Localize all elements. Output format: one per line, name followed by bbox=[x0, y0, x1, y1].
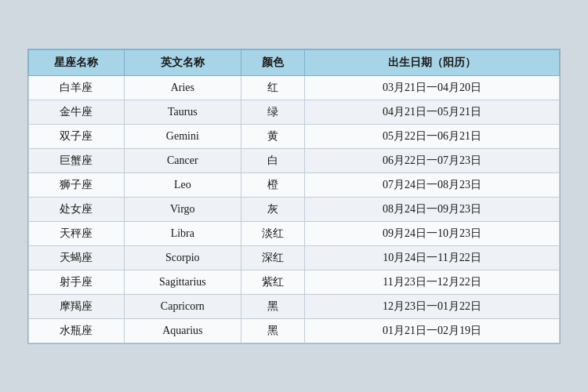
header-chinese-name: 星座名称 bbox=[29, 49, 125, 75]
cell-dates: 07月24日一08月23日 bbox=[305, 172, 560, 197]
cell-chinese: 天秤座 bbox=[29, 221, 125, 245]
cell-color: 红 bbox=[241, 75, 304, 100]
header-english-name: 英文名称 bbox=[124, 49, 241, 75]
cell-color: 淡红 bbox=[241, 221, 304, 245]
cell-color: 紫红 bbox=[241, 270, 304, 294]
table-header-row: 星座名称 英文名称 颜色 出生日期（阳历） bbox=[29, 49, 560, 75]
header-color: 颜色 bbox=[241, 49, 304, 75]
table-row: 金牛座Taurus绿04月21日一05月21日 bbox=[29, 100, 560, 124]
cell-dates: 12月23日一01月22日 bbox=[305, 294, 560, 318]
cell-color: 灰 bbox=[241, 197, 304, 221]
cell-dates: 06月22日一07月23日 bbox=[305, 148, 560, 172]
table-row: 巨蟹座Cancer白06月22日一07月23日 bbox=[29, 148, 560, 172]
table-row: 狮子座Leo橙07月24日一08月23日 bbox=[29, 172, 560, 197]
cell-color: 橙 bbox=[241, 172, 304, 197]
table-row: 射手座Sagittarius紫红11月23日一12月22日 bbox=[29, 270, 560, 294]
cell-english: Sagittarius bbox=[124, 270, 241, 294]
cell-english: Aquarius bbox=[124, 318, 241, 343]
table-row: 双子座Gemini黄05月22日一06月21日 bbox=[29, 124, 560, 148]
cell-english: Scorpio bbox=[124, 245, 241, 270]
cell-chinese: 金牛座 bbox=[29, 100, 125, 124]
cell-color: 绿 bbox=[241, 100, 304, 124]
cell-dates: 09月24日一10月23日 bbox=[305, 221, 560, 245]
cell-english: Libra bbox=[124, 221, 241, 245]
cell-dates: 01月21日一02月19日 bbox=[305, 318, 560, 343]
cell-english: Capricorn bbox=[124, 294, 241, 318]
cell-color: 深红 bbox=[241, 245, 304, 270]
cell-chinese: 双子座 bbox=[29, 124, 125, 148]
cell-chinese: 处女座 bbox=[29, 197, 125, 221]
cell-english: Virgo bbox=[124, 197, 241, 221]
cell-color: 黄 bbox=[241, 124, 304, 148]
cell-chinese: 射手座 bbox=[29, 270, 125, 294]
cell-chinese: 狮子座 bbox=[29, 172, 125, 197]
cell-english: Aries bbox=[124, 75, 241, 100]
table-row: 处女座Virgo灰08月24日一09月23日 bbox=[29, 197, 560, 221]
cell-dates: 10月24日一11月22日 bbox=[305, 245, 560, 270]
cell-chinese: 天蝎座 bbox=[29, 245, 125, 270]
cell-color: 黑 bbox=[241, 318, 304, 343]
cell-dates: 04月21日一05月21日 bbox=[305, 100, 560, 124]
cell-english: Gemini bbox=[124, 124, 241, 148]
cell-dates: 03月21日一04月20日 bbox=[305, 75, 560, 100]
cell-english: Taurus bbox=[124, 100, 241, 124]
cell-dates: 05月22日一06月21日 bbox=[305, 124, 560, 148]
header-date-range: 出生日期（阳历） bbox=[305, 49, 560, 75]
table-row: 水瓶座Aquarius黑01月21日一02月19日 bbox=[29, 318, 560, 343]
cell-chinese: 白羊座 bbox=[29, 75, 125, 100]
cell-dates: 11月23日一12月22日 bbox=[305, 270, 560, 294]
zodiac-table-container: 星座名称 英文名称 颜色 出生日期（阳历） 白羊座Aries红03月21日一04… bbox=[27, 49, 561, 344]
zodiac-table: 星座名称 英文名称 颜色 出生日期（阳历） 白羊座Aries红03月21日一04… bbox=[28, 49, 560, 343]
cell-chinese: 巨蟹座 bbox=[29, 148, 125, 172]
table-row: 摩羯座Capricorn黑12月23日一01月22日 bbox=[29, 294, 560, 318]
table-row: 白羊座Aries红03月21日一04月20日 bbox=[29, 75, 560, 100]
cell-color: 黑 bbox=[241, 294, 304, 318]
cell-chinese: 水瓶座 bbox=[29, 318, 125, 343]
cell-color: 白 bbox=[241, 148, 304, 172]
cell-english: Leo bbox=[124, 172, 241, 197]
cell-dates: 08月24日一09月23日 bbox=[305, 197, 560, 221]
table-row: 天秤座Libra淡红09月24日一10月23日 bbox=[29, 221, 560, 245]
cell-english: Cancer bbox=[124, 148, 241, 172]
table-row: 天蝎座Scorpio深红10月24日一11月22日 bbox=[29, 245, 560, 270]
cell-chinese: 摩羯座 bbox=[29, 294, 125, 318]
